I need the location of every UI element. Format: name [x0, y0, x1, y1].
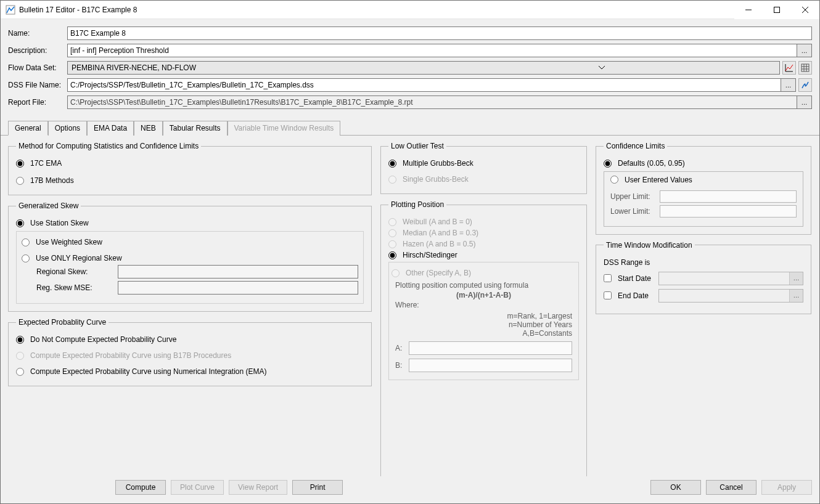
plotting-group: Plotting Position Weibull (A and B = 0) … — [380, 200, 587, 476]
check-end-date[interactable] — [604, 291, 612, 299]
confidence-user-sub: User Entered Values Upper Limit: Lower L… — [604, 171, 803, 227]
chevron-down-icon — [425, 62, 778, 73]
dssfile-input[interactable] — [67, 78, 781, 92]
reportfile-ellipsis-button[interactable]: … — [797, 96, 812, 109]
radio-single-grubbs — [388, 176, 396, 184]
tab-general[interactable]: General — [8, 121, 48, 136]
dssfile-ellipsis-button[interactable]: … — [781, 78, 796, 92]
skew-mse-label: Reg. Skew MSE: — [36, 283, 118, 292]
plot-b-input[interactable] — [409, 359, 572, 372]
plot-a-input[interactable] — [409, 341, 572, 355]
plot-b-label: B: — [395, 361, 404, 370]
radio-hazen — [388, 240, 396, 248]
plot-desc-ab: A,B=Constants — [523, 329, 572, 338]
check-start-date[interactable] — [604, 274, 612, 282]
radio-expected-17b-label: Compute Expected Probability Curve using… — [30, 351, 231, 360]
name-label: Name: — [8, 29, 67, 38]
close-button[interactable] — [791, 1, 819, 19]
window-title: Bulletin 17 Editor - B17C Example 8 — [19, 6, 734, 14]
description-input[interactable] — [67, 44, 797, 57]
radio-conf-defaults-label: Defaults (0.05, 0.95) — [618, 159, 685, 168]
conf-lower-input[interactable] — [660, 205, 797, 217]
radio-conf-user[interactable] — [610, 176, 618, 184]
radio-weighted-skew[interactable] — [22, 238, 30, 246]
plot-desc-n: n=Number of Years — [509, 320, 572, 329]
radio-expected-ema[interactable] — [16, 368, 24, 376]
flowdataset-value: PEMBINA RIVER-NECHE, ND-FLOW — [72, 63, 425, 72]
svg-rect-2 — [774, 7, 780, 12]
flowdataset-table-button[interactable] — [798, 61, 812, 75]
name-input[interactable] — [67, 26, 812, 40]
tab-tabular[interactable]: Tabular Results — [163, 121, 228, 136]
radio-regional-skew[interactable] — [22, 254, 30, 262]
lowoutlier-legend: Low Outlier Test — [388, 142, 446, 150]
expected-legend: Expected Probablity Curve — [16, 318, 109, 327]
dssfile-curve-button[interactable] — [798, 78, 812, 92]
description-label: Description: — [8, 46, 67, 55]
radio-single-grubbs-label: Single Grubbs-Beck — [403, 175, 469, 184]
apply-button: Apply — [761, 480, 812, 495]
title-bar: Bulletin 17 Editor - B17C Example 8 — [1, 1, 819, 19]
maximize-button[interactable] — [763, 1, 791, 19]
radio-17c-ema[interactable] — [16, 160, 24, 168]
regional-skew-input[interactable] — [118, 265, 358, 278]
print-button[interactable]: Print — [292, 480, 343, 495]
radio-conf-user-label: User Entered Values — [625, 176, 692, 184]
flowdataset-combo[interactable]: PEMBINA RIVER-NECHE, ND-FLOW — [67, 61, 780, 75]
start-date-ellipsis-icon: … — [789, 272, 803, 285]
plot-a-label: A: — [395, 344, 404, 352]
timewindow-legend: Time Window Modification — [604, 241, 695, 250]
description-ellipsis-button[interactable]: … — [797, 44, 812, 57]
conf-upper-input[interactable] — [660, 190, 797, 203]
radio-hirsch-label: Hirsch/Stedinger — [403, 251, 457, 259]
conf-upper-label: Upper Limit: — [610, 192, 656, 201]
confidence-legend: Confidence Limits — [604, 142, 667, 150]
radio-expected-none[interactable] — [16, 336, 24, 344]
tab-emadata[interactable]: EMA Data — [87, 121, 134, 136]
end-date-box[interactable]: … — [658, 289, 803, 303]
tab-neb[interactable]: NEB — [134, 121, 163, 136]
plot-curve-button: Plot Curve — [171, 480, 224, 495]
method-legend: Method for Computing Statistics and Conf… — [16, 142, 201, 150]
skew-legend: Generalized Skew — [16, 201, 81, 210]
radio-weibull-label: Weibull (A and B = 0) — [403, 217, 472, 226]
confidence-group: Confidence Limits Defaults (0.05, 0.95) … — [596, 142, 811, 235]
radio-station-skew[interactable] — [16, 219, 24, 227]
tab-content: Method for Computing Statistics and Conf… — [1, 136, 819, 476]
radio-conf-defaults[interactable] — [604, 160, 612, 168]
ok-button[interactable]: OK — [650, 480, 701, 495]
check-start-date-label: Start Date — [618, 274, 655, 283]
radio-multi-grubbs-label: Multiple Grubbs-Beck — [403, 159, 474, 168]
plot-desc-m: m=Rank, 1=Largest — [507, 312, 572, 320]
regional-skew-label: Regional Skew: — [36, 267, 118, 276]
svg-rect-5 — [802, 64, 809, 71]
plot-where: Where: — [395, 301, 419, 309]
flowdataset-plot-button[interactable] — [782, 61, 796, 75]
dssfile-label: DSS File Name: — [8, 81, 67, 89]
radio-17b-methods-label: 17B Methods — [30, 176, 74, 185]
start-date-box[interactable]: … — [658, 272, 803, 285]
minimize-button[interactable] — [734, 1, 763, 19]
skew-mse-input[interactable] — [118, 281, 358, 295]
expected-group: Expected Probablity Curve Do Not Compute… — [8, 318, 372, 386]
radio-hirsch[interactable] — [388, 251, 396, 259]
radio-weighted-skew-label: Use Weighted Skew — [36, 238, 102, 246]
radio-17b-methods[interactable] — [16, 177, 24, 185]
radio-hazen-label: Hazen (A and B = 0.5) — [403, 240, 475, 248]
radio-weibull — [388, 218, 396, 226]
radio-regional-skew-label: Use ONLY Regional Skew — [36, 254, 122, 262]
timewindow-group: Time Window Modification DSS Range is St… — [596, 241, 811, 314]
radio-median — [388, 229, 396, 237]
timewindow-range-text: DSS Range is — [604, 258, 803, 267]
skew-group: Generalized Skew Use Station Skew Use We… — [8, 201, 372, 312]
app-icon — [6, 5, 15, 15]
lowoutlier-group: Low Outlier Test Multiple Grubbs-Beck Si… — [380, 142, 587, 194]
reportfile-input[interactable] — [67, 96, 797, 109]
conf-lower-label: Lower Limit: — [610, 207, 656, 216]
cancel-button[interactable]: Cancel — [706, 480, 756, 495]
tab-strip: General Options EMA Data NEB Tabular Res… — [1, 120, 819, 136]
tab-options[interactable]: Options — [48, 121, 87, 136]
flowdataset-label: Flow Data Set: — [8, 63, 67, 72]
radio-multi-grubbs[interactable] — [388, 160, 396, 168]
compute-button[interactable]: Compute — [115, 480, 166, 495]
